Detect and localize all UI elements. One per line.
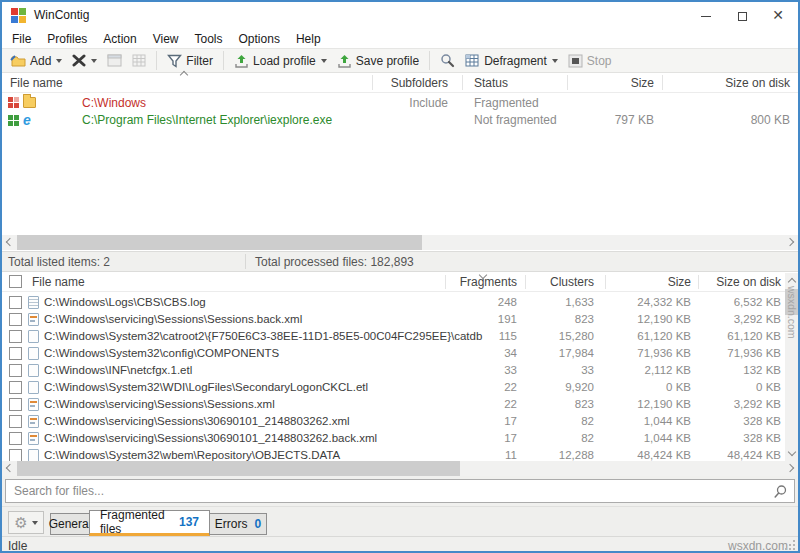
column-divider[interactable] xyxy=(525,275,526,289)
column-size[interactable]: Size xyxy=(602,275,691,289)
menu-help[interactable]: Help xyxy=(288,32,329,46)
add-dropdown-caret[interactable] xyxy=(56,59,62,63)
menu-profiles[interactable]: Profiles xyxy=(39,32,95,46)
column-divider[interactable] xyxy=(462,75,463,90)
item-path: C:\Windows xyxy=(82,95,146,112)
row-checkbox[interactable] xyxy=(9,415,22,428)
row-checkbox[interactable] xyxy=(9,296,22,309)
menu-tools[interactable]: Tools xyxy=(187,32,231,46)
column-subfolders[interactable]: Subfolders xyxy=(372,76,448,90)
scroll-up-icon[interactable] xyxy=(788,278,796,286)
search-input[interactable] xyxy=(12,482,752,500)
add-button[interactable]: Add xyxy=(6,52,66,70)
size-on-disk-value: 328 KB xyxy=(695,415,781,427)
size-on-disk-value: 61,120 KB xyxy=(695,330,781,342)
scroll-right-icon[interactable] xyxy=(786,464,794,472)
column-fragments[interactable]: Fragments xyxy=(445,275,517,289)
row-checkbox[interactable] xyxy=(9,330,22,343)
size-on-disk-value: 0 KB xyxy=(695,381,781,393)
load-profile-button[interactable]: Load profile xyxy=(230,52,331,70)
scroll-down-icon[interactable] xyxy=(788,448,796,456)
fragmented-status-icon xyxy=(8,97,19,108)
remove-button[interactable] xyxy=(68,52,101,69)
search-box[interactable] xyxy=(5,479,795,503)
file-path: C:\Windows\servicing\Sessions\Sessions.b… xyxy=(44,313,302,325)
file-path: C:\Windows\System32\wbem\Repository\OBJE… xyxy=(44,449,340,461)
column-divider[interactable] xyxy=(662,75,663,90)
stop-button[interactable]: Stop xyxy=(564,52,616,70)
remove-dropdown-caret[interactable] xyxy=(91,59,97,63)
table-row[interactable]: C:\Windows\System32\config\COMPONENTS341… xyxy=(2,345,798,362)
row-checkbox[interactable] xyxy=(9,364,22,377)
table-row[interactable]: C:\Windows\INF\netcfgx.1.etl33332,112 KB… xyxy=(2,362,798,379)
remove-icon xyxy=(72,54,86,67)
items-list: File name Subfolders Status Size Size on… xyxy=(2,73,798,235)
minimize-button[interactable] xyxy=(690,4,722,27)
column-size-on-disk[interactable]: Size on disk xyxy=(662,76,790,90)
load-profile-dropdown-caret[interactable] xyxy=(321,59,327,63)
maximize-button[interactable] xyxy=(726,4,758,27)
size-on-disk-value: 6,532 KB xyxy=(695,296,781,308)
properties-button[interactable] xyxy=(103,52,126,69)
tab-general[interactable]: General xyxy=(50,513,90,535)
scrollbar-thumb[interactable] xyxy=(17,235,422,250)
table-row[interactable]: C:\Windows\servicing\Sessions\Sessions.b… xyxy=(2,311,798,328)
search-icon[interactable] xyxy=(773,484,788,499)
row-checkbox[interactable] xyxy=(9,347,22,360)
table-row[interactable]: C:\Windows\Logs\CBS\CBS.log2481,63324,33… xyxy=(2,294,798,311)
defragment-button[interactable]: Defragment xyxy=(461,52,562,70)
row-checkbox[interactable] xyxy=(9,432,22,445)
fragments-value: 17 xyxy=(445,432,517,444)
tab-fragmented-files[interactable]: Fragmented files 137 xyxy=(89,510,210,536)
row-checkbox[interactable] xyxy=(9,313,22,326)
filter-button[interactable]: Filter xyxy=(163,52,217,70)
clusters-value: 9,920 xyxy=(525,381,594,393)
table-row[interactable]: C:\Windows\servicing\Sessions\30690101_2… xyxy=(2,430,798,447)
column-status[interactable]: Status xyxy=(474,76,508,90)
table-row[interactable]: C:\Windows\servicing\Sessions\30690101_2… xyxy=(2,413,798,430)
menu-options[interactable]: Options xyxy=(231,32,288,46)
menu-file[interactable]: File xyxy=(4,32,39,46)
settings-button[interactable]: ⚙ xyxy=(8,511,44,534)
select-all-checkbox[interactable] xyxy=(9,275,22,288)
row-checkbox[interactable] xyxy=(9,381,22,394)
column-divider[interactable] xyxy=(698,275,699,289)
scrollbar-thumb[interactable] xyxy=(17,461,460,476)
analyze-button[interactable] xyxy=(436,51,459,70)
bottom-horizontal-scrollbar[interactable] xyxy=(2,461,798,476)
defragment-dropdown-caret[interactable] xyxy=(552,59,558,63)
tab-errors[interactable]: Errors 0 xyxy=(209,513,267,535)
column-divider[interactable] xyxy=(372,75,373,90)
column-divider[interactable] xyxy=(445,275,446,289)
watermark-vertical: wsxdn.com xyxy=(786,286,798,339)
layout-button[interactable] xyxy=(128,52,150,69)
table-row[interactable]: C:\Windows\System32\WDI\LogFiles\Seconda… xyxy=(2,379,798,396)
resize-grip[interactable] xyxy=(793,548,795,550)
column-file-name[interactable]: File name xyxy=(10,76,63,90)
settings-dropdown-caret[interactable] xyxy=(32,521,38,525)
errors-count: 0 xyxy=(255,517,262,531)
close-button[interactable]: ✕ xyxy=(762,4,794,27)
defragment-icon xyxy=(465,54,480,67)
scroll-left-icon[interactable] xyxy=(6,238,14,246)
save-profile-button[interactable]: Save profile xyxy=(333,52,423,70)
column-clusters[interactable]: Clusters xyxy=(525,275,594,289)
scroll-right-icon[interactable] xyxy=(786,238,794,246)
column-divider[interactable] xyxy=(567,75,568,90)
column-divider[interactable] xyxy=(605,275,606,289)
size-value: 0 KB xyxy=(602,381,691,393)
list-item[interactable]: e C:\Program Files\Internet Explorer\iex… xyxy=(2,112,798,129)
top-horizontal-scrollbar[interactable] xyxy=(2,235,798,250)
contiguous-status-icon xyxy=(8,115,19,126)
table-row[interactable]: C:\Windows\System32\catroot2\{F750E6C3-3… xyxy=(2,328,798,345)
menu-action[interactable]: Action xyxy=(95,32,144,46)
clusters-value: 1,633 xyxy=(525,296,594,308)
column-size[interactable]: Size xyxy=(568,76,654,90)
scroll-left-icon[interactable] xyxy=(6,464,14,472)
row-checkbox[interactable] xyxy=(9,398,22,411)
column-size-on-disk[interactable]: Size on disk xyxy=(695,275,781,289)
table-row[interactable]: C:\Windows\servicing\Sessions\Sessions.x… xyxy=(2,396,798,413)
list-item[interactable]: C:\Windows Include Fragmented xyxy=(2,95,798,112)
column-file-name[interactable]: File name xyxy=(32,275,85,289)
menu-view[interactable]: View xyxy=(145,32,187,46)
